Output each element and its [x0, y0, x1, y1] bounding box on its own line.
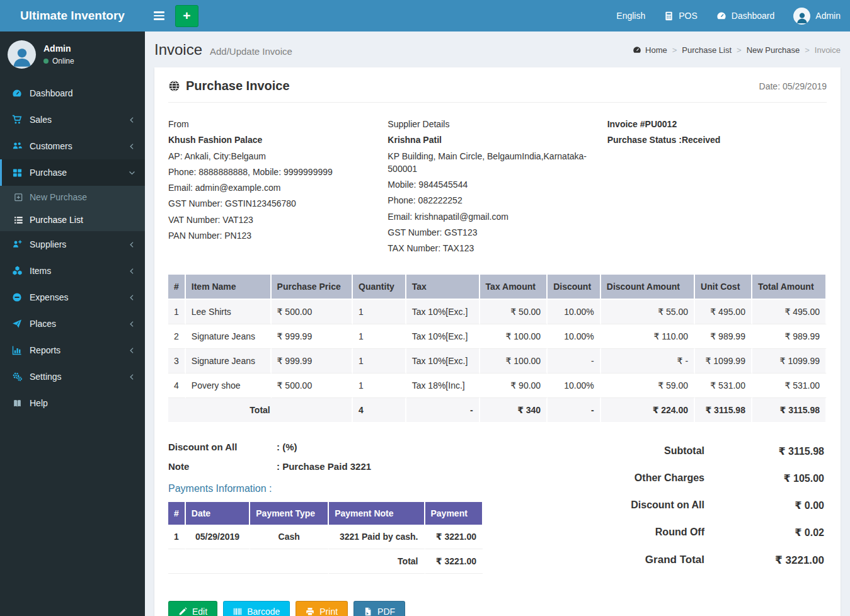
dashboard-link[interactable]: Dashboard — [707, 0, 784, 31]
sidebar-item-new-purchase[interactable]: New Purchase — [0, 186, 145, 208]
sidebar-item-dashboard[interactable]: Dashboard — [0, 80, 145, 106]
col-quantity: Quantity — [353, 275, 406, 300]
sidebar-item-places[interactable]: Places — [0, 311, 145, 337]
pdf-button-label: PDF — [377, 607, 395, 616]
calculator-icon — [664, 11, 674, 21]
supplier-mobile: Mobile: 9844545544 — [388, 178, 588, 191]
from-heading: From — [168, 118, 369, 130]
from-name: Khush Fashion Palace — [168, 134, 369, 146]
breadcrumb-separator: > — [805, 45, 810, 55]
table-row: 3 Signature Jeans ₹ 999.99 1 Tax 10%[Exc… — [168, 349, 827, 374]
invoice-card: Purchase Invoice Date: 05/29/2019 From K… — [154, 67, 841, 616]
col-purchase-price: Purchase Price — [272, 275, 353, 300]
sidebar-item-reports[interactable]: Reports — [0, 337, 145, 363]
from-phone: Phone: 8888888888, Mobile: 9999999999 — [168, 166, 369, 178]
table-row: 1 Lee Shirts ₹ 500.00 1 Tax 10%[Exc.] ₹ … — [168, 300, 827, 324]
pencil-icon — [178, 607, 187, 616]
items-table: # Item Name Purchase Price Quantity Tax … — [168, 275, 827, 423]
cart-icon — [11, 115, 23, 125]
breadcrumb-purchase-list[interactable]: Purchase List — [682, 45, 732, 55]
breadcrumb: Home > Purchase List > New Purchase > In… — [633, 45, 841, 55]
sidebar-item-suppliers[interactable]: Suppliers — [0, 231, 145, 258]
supplier-block: Supplier Details Krishna Patil KP Buildi… — [388, 118, 607, 258]
discount-on-all-label: Discount on All — [168, 442, 277, 452]
invoice-date: Date: 05/29/2019 — [759, 81, 827, 91]
sidebar-item-label: Places — [30, 319, 56, 329]
sidebar-item-label: Sales — [30, 115, 52, 125]
items-table-header-row: # Item Name Purchase Price Quantity Tax … — [168, 275, 827, 300]
navbar-right: English POS Dashboard Admin — [607, 0, 850, 31]
col-payment: Payment — [425, 502, 484, 525]
add-button[interactable]: + — [175, 5, 198, 27]
from-pan: PAN Number: PN123 — [168, 229, 369, 242]
main-header: Ultimate Inventory + English POS Dashboa… — [0, 0, 850, 31]
sidebar-item-customers[interactable]: Customers — [0, 133, 145, 159]
printer-icon — [306, 607, 314, 616]
col-item-name: Item Name — [186, 275, 272, 300]
col-index: # — [168, 275, 186, 300]
sidebar-item-purchase[interactable]: Purchase — [0, 159, 145, 186]
print-button[interactable]: Print — [296, 601, 348, 616]
language-label: English — [616, 11, 645, 21]
barcode-icon — [233, 607, 242, 616]
note-label: Note — [168, 461, 277, 472]
sidebar-item-label: Suppliers — [30, 239, 66, 249]
payments-header-row: # Date Payment Type Payment Note Payment — [168, 502, 483, 525]
sidebar-item-label: New Purchase — [30, 192, 87, 202]
user-menu[interactable]: Admin — [784, 0, 850, 31]
chevron-left-icon — [129, 241, 135, 248]
discount-on-all-row: Discount on All : (%) — [168, 442, 483, 452]
supplier-phone: Phone: 082222252 — [388, 194, 588, 207]
page-subtitle: Add/Update Invoice — [210, 46, 292, 57]
payments-total-value: ₹ 3221.00 — [425, 549, 484, 574]
online-status: Online — [43, 57, 74, 66]
paper-plane-icon — [11, 319, 23, 329]
bar-chart-icon — [11, 345, 23, 355]
page-title: Invoice — [154, 41, 202, 58]
minus-circle-icon — [11, 292, 23, 302]
supplier-address: KP Building, Main Circle, BelgaumIndia,K… — [388, 150, 588, 176]
sidebar-item-settings[interactable]: Settings — [0, 363, 145, 390]
breadcrumb-home[interactable]: Home — [633, 45, 667, 55]
top-navbar: + English POS Dashboard Adm — [145, 0, 850, 31]
items-total-row: Total 4 - ₹ 340 - ₹ 224.00 ₹ 3115.98 ₹ 3… — [168, 398, 827, 423]
breadcrumb-new-purchase[interactable]: New Purchase — [747, 45, 800, 55]
breadcrumb-separator: > — [737, 45, 742, 55]
sidebar-item-label: Customers — [30, 141, 72, 151]
online-status-label: Online — [52, 57, 74, 66]
supplier-gst: GST Number: GST123 — [388, 226, 588, 239]
col-payment-type: Payment Type — [250, 502, 329, 525]
pos-link[interactable]: POS — [655, 0, 707, 31]
chevron-left-icon — [129, 117, 135, 123]
table-row: 4 Povery shoe ₹ 500.00 1 Tax 18%[Inc.] ₹… — [168, 374, 827, 398]
table-row: 1 05/29/2019 Cash 3221 Paid by cash. ₹ 3… — [168, 525, 483, 549]
purchase-status: Purchase Status :Received — [607, 134, 808, 146]
sidebar-item-expenses[interactable]: Expenses — [0, 284, 145, 311]
chevron-left-icon — [129, 321, 135, 328]
barcode-button[interactable]: Barcode — [223, 601, 290, 616]
breadcrumb-invoice: Invoice — [815, 45, 841, 55]
lower-left: Discount on All : (%) Note : Purchase Pa… — [168, 442, 483, 582]
pdf-button[interactable]: PDF — [353, 601, 405, 616]
col-discount: Discount — [548, 275, 601, 300]
user-panel: Admin Online — [0, 31, 145, 77]
pdf-file-icon — [364, 607, 372, 616]
card-title-label: Purchase Invoice — [186, 79, 290, 93]
sidebar-item-label: Reports — [30, 345, 60, 355]
content-wrapper: Invoice Add/Update Invoice Home > Purcha… — [145, 31, 850, 616]
plus-square-icon — [14, 193, 23, 202]
app-logo[interactable]: Ultimate Inventory — [0, 0, 145, 31]
sidebar-item-sales[interactable]: Sales — [0, 106, 145, 133]
language-menu[interactable]: English — [607, 0, 655, 31]
sidebar-item-help[interactable]: Help — [0, 390, 145, 416]
edit-button[interactable]: Edit — [168, 601, 217, 616]
col-tax-amount: Tax Amount — [480, 275, 548, 300]
sidebar-item-items[interactable]: Items — [0, 258, 145, 284]
invoice-number: Invoice #PU0012 — [607, 118, 808, 130]
summary-discount-on-all: Discount on All ₹ 0.00 — [568, 499, 824, 511]
avatar — [8, 40, 36, 69]
tachometer-icon — [633, 45, 641, 54]
sidebar-item-purchase-list[interactable]: Purchase List — [0, 208, 145, 231]
hamburger-icon[interactable] — [145, 0, 173, 31]
supplier-email: Email: krishnapatil@gmail.com — [388, 210, 588, 223]
